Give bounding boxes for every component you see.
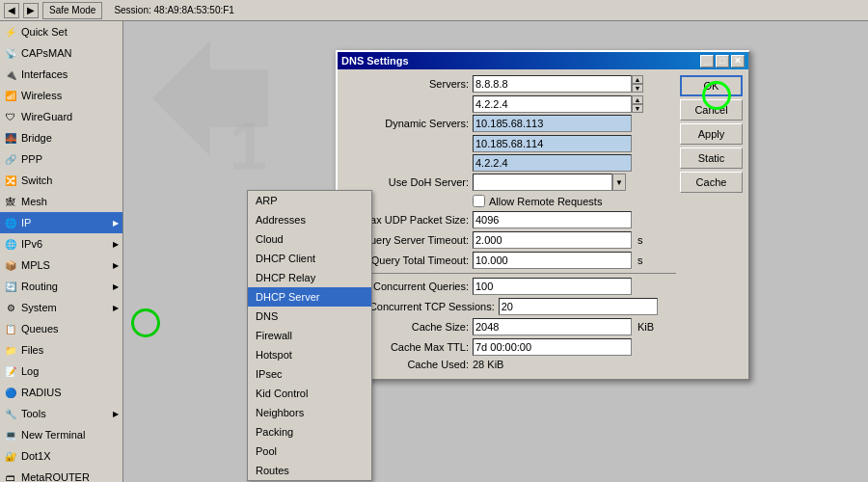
submenu-item-firewall[interactable]: Firewall <box>248 326 371 345</box>
cache-used-value: 28 KiB <box>473 359 503 370</box>
submenu-item-cloud[interactable]: Cloud <box>248 229 371 249</box>
dynamic-servers-row3 <box>343 154 676 172</box>
dynamic-server-input1 <box>473 115 632 132</box>
apply-button[interactable]: Apply <box>680 123 743 145</box>
submenu-item-packing[interactable]: Packing <box>248 422 371 442</box>
maximize-button[interactable]: □ <box>716 55 729 67</box>
sidebar-item-ipv6[interactable]: 🌐 IPv6 ▶ <box>0 233 122 254</box>
cache-ttl-input[interactable] <box>473 338 632 356</box>
dynamic-server-input3 <box>473 154 632 172</box>
sidebar-item-ip[interactable]: 🌐 IP ▶ <box>0 212 122 233</box>
servers-input-group: ▲ ▼ <box>473 75 643 93</box>
cache-button[interactable]: Cache <box>680 172 743 193</box>
sidebar-label-wireless: Wireless <box>21 90 62 101</box>
ok-button[interactable]: OK <box>680 75 743 96</box>
sidebar-item-wireless[interactable]: 📶 Wireless <box>0 85 122 106</box>
sidebar-item-tools[interactable]: 🔧 Tools ▶ <box>0 403 122 424</box>
radius-icon: 🔵 <box>4 386 17 399</box>
servers-input2[interactable] <box>473 95 632 113</box>
query-timeout-input[interactable] <box>473 231 632 249</box>
sidebar-label-switch: Switch <box>21 174 52 186</box>
mpls-arrow-icon: ▶ <box>113 261 119 270</box>
submenu-item-routes[interactable]: Routes <box>248 461 371 480</box>
submenu-item-hotspot[interactable]: Hotspot <box>248 345 371 364</box>
dns-cursor-circle <box>131 308 160 337</box>
submenu-item-arp[interactable]: ARP <box>248 191 371 210</box>
sidebar-label-interfaces: Interfaces <box>21 68 68 80</box>
sidebar-label-ppp: PPP <box>21 153 42 165</box>
submenu-item-pool[interactable]: Pool <box>248 442 371 461</box>
files-icon: 📁 <box>4 343 17 357</box>
sidebar-item-routing[interactable]: 🔄 Routing ▶ <box>0 276 122 297</box>
sidebar: ⚡ Quick Set 📡 CAPsMAN 🔌 Interfaces 📶 Wir… <box>0 21 123 482</box>
watermark-number: 1 <box>230 108 267 185</box>
switch-icon: 🔀 <box>4 174 17 187</box>
sidebar-item-mpls[interactable]: 📦 MPLS ▶ <box>0 254 122 276</box>
sidebar-label-ip: IP <box>21 217 31 228</box>
servers-spin-up2[interactable]: ▲ <box>632 95 643 104</box>
sidebar-label-mpls: MPLS <box>21 259 50 271</box>
interfaces-icon: 🔌 <box>4 67 17 81</box>
ip-submenu: ARP Addresses Cloud DHCP Client DHCP Rel… <box>247 190 372 481</box>
forward-icon[interactable]: ▶ <box>23 3 39 18</box>
max-udp-input[interactable] <box>473 211 632 228</box>
sidebar-item-wireguard[interactable]: 🛡 WireGuard <box>0 106 122 127</box>
servers-row: Servers: ▲ ▼ <box>343 75 676 93</box>
sidebar-item-system[interactable]: ⚙ System ▶ <box>0 297 122 318</box>
sidebar-item-bridge[interactable]: 🌉 Bridge <box>0 127 122 148</box>
top-bar: ◀ ▶ Safe Mode Session: 48:A9:8A:53:50:F1 <box>0 0 868 21</box>
sidebar-item-mesh[interactable]: 🕸 Mesh <box>0 191 122 212</box>
dialog-fields: Servers: ▲ ▼ ▲ ▼ <box>343 75 676 373</box>
submenu-item-dhcpclient[interactable]: DHCP Client <box>248 249 371 268</box>
capsman-icon: 📡 <box>4 46 17 60</box>
sidebar-item-newterminal[interactable]: 💻 New Terminal <box>0 424 122 445</box>
sidebar-item-metarouter[interactable]: 🗃 MetaROUTER <box>0 467 122 482</box>
query-total-input[interactable] <box>473 252 632 269</box>
servers-spin-up[interactable]: ▲ <box>632 75 643 84</box>
sidebar-label-mesh: Mesh <box>21 196 47 207</box>
quickset-icon: ⚡ <box>4 25 17 39</box>
close-button[interactable]: ✕ <box>731 55 745 67</box>
servers-spin-down[interactable]: ▼ <box>632 84 643 93</box>
max-concurrent-input[interactable] <box>473 278 632 295</box>
dynamic-servers-row2 <box>343 135 676 152</box>
sidebar-item-dot1x[interactable]: 🔐 Dot1X <box>0 445 122 467</box>
allow-remote-checkbox[interactable] <box>473 195 485 207</box>
sidebar-item-quickset[interactable]: ⚡ Quick Set <box>0 21 122 42</box>
doh-dropdown-arrow[interactable]: ▼ <box>612 174 626 191</box>
servers-spinner2[interactable]: ▲ ▼ <box>632 95 643 113</box>
doh-row: Use DoH Server: ▼ <box>343 174 676 191</box>
sidebar-item-log[interactable]: 📝 Log <box>0 361 122 382</box>
doh-dropdown[interactable] <box>473 174 612 191</box>
dialog-titlebar: DNS Settings _ □ ✕ <box>338 52 748 69</box>
submenu-item-neighbors[interactable]: Neighbors <box>248 403 371 422</box>
submenu-item-addresses[interactable]: Addresses <box>248 210 371 229</box>
submenu-item-kidcontrol[interactable]: Kid Control <box>248 384 371 403</box>
submenu-item-dhcprelay[interactable]: DHCP Relay <box>248 268 371 287</box>
metarouter-icon: 🗃 <box>4 470 17 482</box>
sidebar-item-files[interactable]: 📁 Files <box>0 339 122 361</box>
servers-spin-down2[interactable]: ▼ <box>632 104 643 113</box>
submenu-item-ipsec[interactable]: IPsec <box>248 364 371 384</box>
sidebar-item-switch[interactable]: 🔀 Switch <box>0 170 122 191</box>
submenu-item-dhcpserver[interactable]: DHCP Server <box>248 287 371 307</box>
static-button[interactable]: Static <box>680 147 743 169</box>
session-label: Session: 48:A9:8A:53:50:F1 <box>114 5 234 15</box>
sidebar-item-ppp[interactable]: 🔗 PPP <box>0 148 122 170</box>
max-tcp-input[interactable] <box>499 298 658 315</box>
sidebar-item-queues[interactable]: 📋 Queues <box>0 318 122 339</box>
queues-icon: 📋 <box>4 322 17 335</box>
sidebar-item-radius[interactable]: 🔵 RADIUS <box>0 382 122 403</box>
servers-input[interactable] <box>473 75 632 93</box>
dialog-buttons: OK Cancel Apply Static Cache <box>680 75 743 373</box>
servers-spinner[interactable]: ▲ ▼ <box>632 75 643 93</box>
max-udp-row: Max UDP Packet Size: <box>343 211 676 228</box>
minimize-button[interactable]: _ <box>700 55 714 67</box>
cancel-button[interactable]: Cancel <box>680 99 743 120</box>
sidebar-item-capsman[interactable]: 📡 CAPsMAN <box>0 42 122 64</box>
cache-size-input[interactable] <box>473 318 632 335</box>
sidebar-label-dot1x: Dot1X <box>21 450 51 462</box>
sidebar-item-interfaces[interactable]: 🔌 Interfaces <box>0 64 122 85</box>
back-icon[interactable]: ◀ <box>4 3 19 18</box>
submenu-item-dns[interactable]: DNS <box>248 307 371 326</box>
